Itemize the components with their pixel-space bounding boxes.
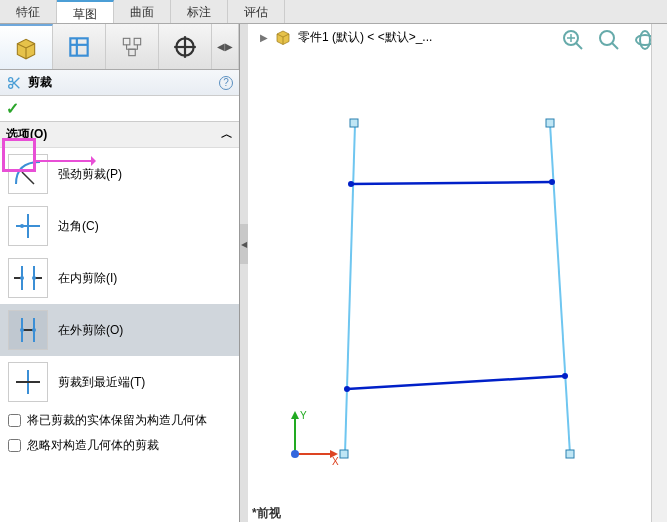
option-trim-outside[interactable]: 在外剪除(O) [0,304,239,356]
svg-point-26 [32,328,36,332]
tab-annotate[interactable]: 标注 [171,0,228,23]
vertical-scrollbar[interactable] [651,24,667,522]
tab-features[interactable]: 特征 [0,0,57,23]
trim-outside-icon [8,310,48,350]
checkbox-keep-construction[interactable] [8,414,21,427]
ok-button[interactable]: ✓ [6,99,19,118]
panel-tab-property[interactable] [53,24,106,69]
splitter[interactable] [240,24,248,522]
option-label: 在内剪除(I) [58,270,117,287]
zoom-fit-icon [561,28,585,52]
help-button[interactable]: ? [219,76,233,90]
option-power-trim[interactable]: 强劲剪裁(P) [0,148,239,200]
property-panel: ◀▶ 剪裁 ? ✓ 选项(O) ︿ 强劲剪裁(P) [0,24,240,522]
doc-name[interactable]: 零件1 (默认) < <默认>_... [298,29,432,46]
checkbox-ignore-construction-row[interactable]: 忽略对构造几何体的剪裁 [0,433,239,458]
option-trim-closest[interactable]: 剪裁到最近端(T) [0,356,239,408]
panel-tab-feature-manager[interactable] [0,24,53,69]
cube-icon [13,35,39,61]
trim-closest-icon [8,362,48,402]
checkbox-label: 忽略对构造几何体的剪裁 [27,437,159,454]
svg-line-37 [350,182,552,184]
svg-point-46 [562,373,568,379]
svg-line-36 [550,124,570,454]
svg-point-34 [640,31,650,49]
view-name-label: *前视 [252,505,281,522]
svg-point-15 [20,224,24,228]
option-label: 在外剪除(O) [58,322,123,339]
svg-rect-39 [350,119,358,127]
collapse-handle[interactable]: ◀ [240,224,248,264]
zoom-toolbar [559,26,659,54]
panel-tab-overflow[interactable]: ◀▶ [212,24,239,69]
checkbox-label: 将已剪裁的实体保留为构造几何体 [27,412,207,429]
svg-point-51 [291,450,299,458]
svg-point-31 [600,31,614,45]
options-section-header[interactable]: 选项(O) ︿ [0,122,239,148]
svg-line-30 [576,43,582,49]
trim-options: 强劲剪裁(P) 边角(C) 在内剪除(I) 在外剪除(O) [0,148,239,408]
svg-point-44 [549,179,555,185]
tab-evaluate[interactable]: 评估 [228,0,285,23]
view-triad[interactable]: X Y [280,409,340,472]
trim-inside-icon [8,258,48,298]
svg-line-35 [345,124,355,454]
svg-marker-50 [291,411,299,419]
panel-tab-config[interactable] [106,24,159,69]
svg-rect-3 [123,38,129,45]
chevron-up-icon: ︿ [221,126,233,143]
svg-point-21 [32,276,36,280]
svg-rect-41 [340,450,348,458]
svg-rect-40 [546,119,554,127]
options-label: 选项(O) [6,126,47,143]
scissors-icon [6,75,22,91]
command-tabs: 特征 草图 曲面 标注 评估 [0,0,667,24]
tree-icon [119,34,145,60]
command-header: 剪裁 ? [0,70,239,96]
power-trim-icon [8,154,48,194]
property-icon [66,34,92,60]
option-corner[interactable]: 边角(C) [0,200,239,252]
option-label: 边角(C) [58,218,99,235]
target-icon [172,34,198,60]
option-label: 强劲剪裁(P) [58,166,122,183]
corner-icon [8,206,48,246]
tab-sketch[interactable]: 草图 [57,0,114,23]
axis-x-label: X [332,456,339,467]
zoom-fit-button[interactable] [559,26,587,54]
svg-rect-0 [70,38,87,55]
tab-surface[interactable]: 曲面 [114,0,171,23]
confirm-row: ✓ [0,96,239,122]
axis-y-label: Y [300,410,307,421]
command-title: 剪裁 [28,74,219,91]
svg-point-20 [20,276,24,280]
graphics-viewport[interactable]: ◀ ▶ 零件1 (默认) < <默认>_... [240,24,667,522]
part-icon [274,28,292,46]
svg-rect-42 [566,450,574,458]
svg-point-43 [348,181,354,187]
svg-line-38 [347,376,565,389]
checkbox-keep-construction-row[interactable]: 将已剪裁的实体保留为构造几何体 [0,408,239,433]
option-trim-inside[interactable]: 在内剪除(I) [0,252,239,304]
svg-rect-4 [134,38,141,45]
svg-rect-5 [129,49,136,55]
breadcrumb-arrow-icon[interactable]: ▶ [260,32,268,43]
svg-point-45 [344,386,350,392]
svg-line-32 [612,43,618,49]
chevron-right-icon: ◀▶ [217,41,233,52]
zoom-area-button[interactable] [595,26,623,54]
panel-tab-dimxpert[interactable] [159,24,212,69]
svg-point-25 [20,328,24,332]
zoom-area-icon [597,28,621,52]
option-label: 剪裁到最近端(T) [58,374,145,391]
panel-tab-strip: ◀▶ [0,24,239,70]
checkbox-ignore-construction[interactable] [8,439,21,452]
